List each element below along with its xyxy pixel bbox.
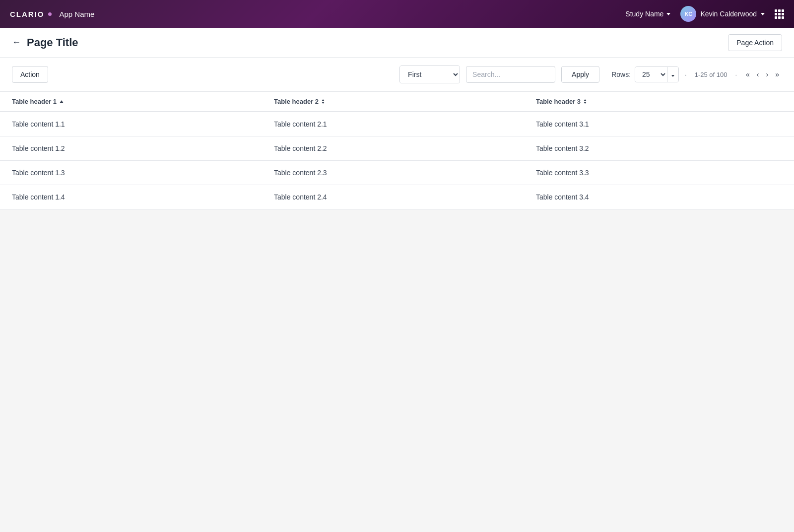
next-page-icon: › [766, 70, 769, 78]
logo-dot [48, 12, 52, 16]
study-name-chevron-icon [666, 13, 670, 15]
apply-button[interactable]: Apply [561, 66, 599, 83]
first-page-icon: « [746, 70, 750, 78]
header-2-label: Table header 2 [274, 98, 319, 105]
study-name-button[interactable]: Study Name [625, 10, 670, 18]
apps-grid-icon[interactable] [775, 9, 784, 19]
rows-per-page-selector[interactable]: 25 50 100 [635, 66, 679, 82]
filter-dropdown[interactable]: First Second Third [399, 66, 460, 83]
search-input[interactable] [466, 66, 555, 83]
cell-row1-col3: Table content 3.1 [524, 112, 794, 136]
sort-down-icon-2 [322, 102, 325, 104]
sort-up-icon-2 [322, 99, 325, 101]
prev-page-icon: ‹ [757, 70, 759, 78]
page-action-button[interactable]: Page Action [728, 34, 782, 51]
back-button[interactable]: ← [12, 37, 21, 48]
filter-select[interactable]: First Second Third [400, 66, 460, 83]
cell-row4-col2: Table content 2.4 [262, 185, 524, 209]
user-menu-button[interactable]: KC Kevin Calderwood [680, 6, 765, 22]
table-row: Table content 1.3Table content 2.3Table … [0, 161, 794, 185]
sort-icon-col1[interactable] [60, 100, 64, 103]
table-header-col2: Table header 2 [262, 92, 524, 112]
logo-text: CLARIO [10, 10, 45, 18]
last-page-button[interactable]: » [772, 68, 782, 80]
pagination-controls: Rows: 25 50 100 · 1-25 of 100 · « ‹ [611, 66, 782, 82]
pagination-nav-buttons: « ‹ › » [743, 68, 782, 80]
table-row: Table content 1.1Table content 2.1Table … [0, 112, 794, 136]
sort-icon-col3[interactable] [584, 99, 587, 104]
table-row: Table content 1.2Table content 2.2Table … [0, 136, 794, 161]
data-table: Table header 1 Table header 2 [0, 92, 794, 209]
sort-up-icon-3 [584, 99, 587, 101]
page-info-separator: · [735, 71, 737, 78]
next-page-button[interactable]: › [763, 68, 772, 80]
cell-row4-col1: Table content 1.4 [0, 185, 262, 209]
clario-logo: CLARIO [10, 10, 52, 18]
cell-row2-col3: Table content 3.2 [524, 136, 794, 161]
rows-chevron-icon [667, 67, 678, 82]
user-chevron-icon [761, 13, 765, 15]
header-1-label: Table header 1 [12, 98, 57, 105]
cell-row2-col2: Table content 2.2 [262, 136, 524, 161]
cell-row3-col3: Table content 3.3 [524, 161, 794, 185]
cell-row3-col1: Table content 1.3 [0, 161, 262, 185]
cell-row4-col3: Table content 3.4 [524, 185, 794, 209]
navbar: CLARIO App Name Study Name KC Kevin Cald… [0, 0, 794, 28]
header-3-label: Table header 3 [536, 98, 581, 105]
back-arrow-icon: ← [12, 37, 21, 48]
cell-row2-col1: Table content 1.2 [0, 136, 262, 161]
cell-row1-col1: Table content 1.1 [0, 112, 262, 136]
page-range: 1-25 of 100 [695, 71, 728, 78]
prev-page-button[interactable]: ‹ [754, 68, 762, 80]
cell-row3-col2: Table content 2.3 [262, 161, 524, 185]
rows-select[interactable]: 25 50 100 [635, 67, 667, 82]
cell-row1-col2: Table content 2.1 [262, 112, 524, 136]
study-name-label: Study Name [625, 10, 663, 18]
last-page-icon: » [775, 70, 779, 78]
page-header: ← Page Title Page Action [0, 28, 794, 58]
sort-down-icon-3 [584, 102, 587, 104]
first-page-button[interactable]: « [743, 68, 753, 80]
app-name-label: App Name [60, 10, 95, 18]
navbar-left: CLARIO App Name [10, 10, 94, 18]
table-header: Table header 1 Table header 2 [0, 92, 794, 112]
user-name-label: Kevin Calderwood [700, 10, 757, 18]
table-header-row: Table header 1 Table header 2 [0, 92, 794, 112]
page-info: · [685, 71, 687, 78]
table-row: Table content 1.4Table content 2.4Table … [0, 185, 794, 209]
table-header-col1: Table header 1 [0, 92, 262, 112]
page-header-left: ← Page Title [12, 36, 78, 49]
sort-up-icon [60, 100, 64, 103]
toolbar: Action First Second Third Apply Rows: 25… [0, 58, 794, 92]
rows-label: Rows: [611, 70, 631, 78]
table-header-col3: Table header 3 [524, 92, 794, 112]
main-content: Action First Second Third Apply Rows: 25… [0, 58, 794, 209]
page-title: Page Title [27, 36, 78, 49]
navbar-right: Study Name KC Kevin Calderwood [625, 6, 784, 22]
action-button[interactable]: Action [12, 66, 48, 83]
avatar: KC [680, 6, 696, 22]
table-body: Table content 1.1Table content 2.1Table … [0, 112, 794, 209]
sort-icon-col2[interactable] [322, 99, 325, 104]
